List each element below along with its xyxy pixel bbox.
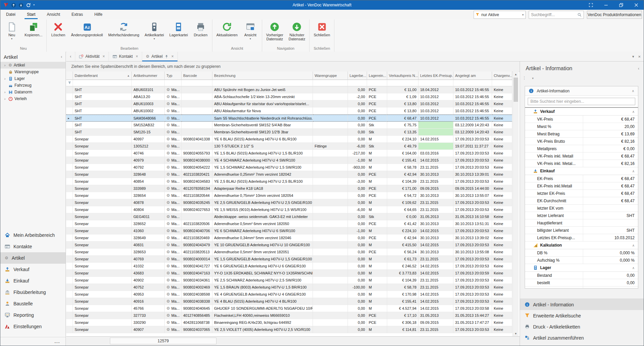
cell-lagereinheit[interactable]: Stk — [367, 122, 387, 129]
cell-warengruppe[interactable] — [313, 234, 348, 242]
cell-bezeichnung[interactable]: YE 10 GRUEN/GELB Aderleitung H07V-U 10 G… — [212, 242, 313, 249]
cell-lagereinheit[interactable]: PCE — [367, 100, 387, 107]
cell-typ[interactable]: ⚙Ma... — [165, 107, 182, 115]
info-panel-grip-icon[interactable]: ⋮ — [522, 76, 526, 80]
cell-warengruppe[interactable] — [313, 291, 348, 298]
table-row[interactable]: Sonepar40752⚙Ma...9008024002469YE 1,5 BR… — [66, 284, 512, 291]
field-value[interactable] — [583, 219, 638, 226]
cell-ek-preisupdate[interactable]: 14.02.2015 — [418, 242, 453, 249]
filter-cell[interactable] — [367, 80, 387, 86]
cell-verkaufspreis[interactable]: € 109,62 — [387, 199, 418, 206]
field-value[interactable]: € 68,47 — [583, 175, 638, 182]
cell-lagereinheit[interactable]: M — [367, 256, 387, 263]
cell-chargenverwaltung[interactable]: Keine — [492, 213, 512, 220]
tree-item-verleih[interactable]: ›Verleih — [0, 95, 66, 102]
cell-chargenverwaltung[interactable]: Keine — [492, 199, 512, 206]
cell-lagerbestand[interactable]: 0,00 — [348, 115, 367, 122]
cell-lagerbestand[interactable]: 0,00 — [348, 277, 367, 284]
cell-artikelnummer[interactable]: 40902 — [132, 277, 165, 284]
cell-datenlieferant[interactable]: Sonepar — [73, 319, 132, 326]
cell-chargenverwaltung[interactable]: Keine — [492, 93, 512, 100]
filter-cell[interactable] — [212, 80, 313, 86]
cell-warengruppe[interactable] — [313, 136, 348, 143]
cell-angelegt-am[interactable]: 17.09.2013 20:03:53 — [453, 256, 492, 263]
cell-artikelnummer[interactable]: 40752 — [132, 284, 165, 291]
qat-previous-record-icon[interactable] — [11, 3, 16, 8]
table-row[interactable]: Sonepar328652⚙Ma...4021103820506Aderendh… — [66, 220, 512, 227]
cell-barcode[interactable]: 9008024047163 — [182, 270, 212, 277]
cell-typ[interactable]: ⚙Ma... — [165, 100, 182, 107]
cell-barcode[interactable]: 4021103820513 — [182, 249, 212, 256]
scrollbar-thumb[interactable] — [514, 78, 518, 102]
cell-artikelnummer[interactable]: 40907 — [132, 326, 165, 333]
cell-chargenverwaltung[interactable]: Keine — [492, 312, 512, 319]
tab-list-caret-icon[interactable]: ▾ — [632, 54, 634, 59]
cell-ek-preisupdate[interactable]: 30.10.2013 — [418, 249, 453, 256]
cell-ek-preisupdate[interactable]: 23.11.2015 — [418, 277, 453, 284]
cell-bezeichnung[interactable]: YY-O 1X35 ERDKABEL SCHWARZ NYY-O 1X35RM/… — [212, 270, 313, 277]
cell-bezeichnung[interactable]: Aderendhuelse 0,5mm² 6mm verzinnt 182050 — [212, 220, 313, 227]
cell-warengruppe[interactable] — [313, 86, 348, 93]
sidebar-item-fibu-berleitung[interactable]: Fibuüberleitung — [0, 287, 66, 298]
cell-lagerbestand[interactable]: 0,00 — [348, 319, 367, 326]
cell-bezeichnung[interactable]: Binaereingang REG-K/4x230, lichtgrau 644… — [212, 319, 313, 326]
cell-artikelnummer[interactable]: 40997 — [132, 136, 165, 143]
cell-bezeichnung[interactable]: YE 1,5 GRUEN/GELB Aderleitung H07V-U 1,5… — [212, 256, 313, 263]
cell-lagerbestand[interactable]: 0,00 — [348, 242, 367, 249]
cell-angelegt-am[interactable]: 17.09.2013 20:03:53 — [453, 227, 492, 234]
cell-warengruppe[interactable] — [313, 157, 348, 164]
cell-angelegt-am[interactable]: 31.05.2013 15:44:27 — [453, 312, 492, 319]
cell-verkaufspreis[interactable]: € 114,81 — [387, 326, 418, 333]
field-value[interactable] — [583, 205, 638, 212]
cell-warengruppe[interactable] — [313, 263, 348, 270]
cell-lagerbestand[interactable]: -6,00 — [348, 143, 367, 150]
section-collapse-icon[interactable]: ∧ — [632, 244, 638, 247]
cell-bezeichnung[interactable]: YE 2,5 BLAU (5015) Aderleitung H07V-U 2,… — [212, 178, 313, 185]
cell-angelegt-am[interactable]: 10.03.2012 15:46:55 — [453, 93, 492, 100]
cell-bezeichnung[interactable]: YE 1,5 BRAUN (8003) Aderleitung H07V-U 1… — [212, 284, 313, 291]
cell-chargenverwaltung[interactable]: Keine — [492, 298, 512, 305]
ribbon-button[interactable]: Lagerkartei — [167, 20, 191, 37]
cell-ek-preisupdate[interactable]: 30.10.2013 — [418, 234, 453, 242]
cell-angelegt-am[interactable]: 19.07.2011 11:37:27 — [453, 143, 492, 150]
cell-bezeichnung[interactable]: Aderendhuelse 0,5mm² 8mm verzinnt 182051 — [212, 249, 313, 256]
filter-cell[interactable] — [387, 80, 418, 86]
cell-lagerbestand[interactable]: 0,00 — [348, 107, 367, 115]
cell-barcode[interactable]: 9008024041727 — [182, 263, 212, 270]
table-row[interactable]: Sonepar328648⚙Ma...4021103820421Aderendh… — [66, 171, 512, 178]
menu-item-extras[interactable]: Extras — [66, 10, 89, 19]
cell-datenlieferant[interactable]: Sonepar — [73, 150, 132, 157]
cell-barcode[interactable]: 9008024041338 — [182, 136, 212, 143]
table-row[interactable]: Sonepar40831⚙Ma...9008024043479YE 10 GRU… — [66, 242, 512, 249]
cell-warengruppe[interactable] — [313, 171, 348, 178]
qat-customize-caret-icon[interactable]: ▾ — [33, 4, 35, 6]
tree-item-warengruppe[interactable]: Warengruppe — [0, 69, 66, 75]
cell-ek-preisupdate[interactable]: 30.10.2013 — [418, 171, 453, 178]
close-button[interactable] — [629, 0, 644, 10]
table-row[interactable]: Sonepar328654⚙Ma...4021103820544Aderendh… — [66, 192, 512, 199]
cell-artikelnummer[interactable]: 328653 — [132, 249, 165, 256]
tree-item-lager[interactable]: ›Lager — [0, 75, 66, 82]
cell-datenlieferant[interactable]: Sonepar — [73, 213, 132, 220]
cell-chargenverwaltung[interactable]: Keine — [492, 220, 512, 227]
cell-lagerbestand[interactable]: 0,00 — [348, 305, 367, 312]
cell-warengruppe[interactable] — [313, 178, 348, 185]
ribbon-button[interactable]: Mehrfachänderung — [106, 20, 142, 37]
cell-typ[interactable]: ⚙Ma... — [165, 86, 182, 93]
cell-angelegt-am[interactable]: 17.09.2013 20:03:53 — [453, 298, 492, 305]
cell-lagereinheit[interactable]: M — [367, 305, 387, 312]
field-value[interactable]: 0,000 % — [583, 257, 638, 264]
cell-typ[interactable]: ⚙Ma... — [165, 213, 182, 220]
table-row[interactable]: Sonepar330290⚙Ma...4042811068738Binaerei… — [66, 319, 512, 326]
table-row[interactable]: Sonepar40792⚙Ma...9008024054222YE 1,5 SC… — [66, 164, 512, 171]
cell-typ[interactable]: ⚙Ma... — [165, 263, 182, 270]
cell-chargenverwaltung[interactable]: Keine — [492, 178, 512, 185]
cell-angelegt-am[interactable]: 10.03.2012 15:46:55 — [453, 86, 492, 93]
cell-datenlieferant[interactable]: Sonepar — [73, 157, 132, 164]
column-header[interactable]: Angelegt am — [453, 72, 492, 80]
panel-nav-artikel-zusammenführen[interactable]: Artikel zusammenführen — [520, 332, 644, 343]
cell-artikelnummer[interactable]: 41032 — [132, 263, 165, 270]
cell-angelegt-am[interactable]: 31.05.2013 16:10:58 — [453, 213, 492, 220]
cell-warengruppe[interactable] — [313, 129, 348, 136]
cell-chargenverwaltung[interactable]: Keine — [492, 157, 512, 164]
